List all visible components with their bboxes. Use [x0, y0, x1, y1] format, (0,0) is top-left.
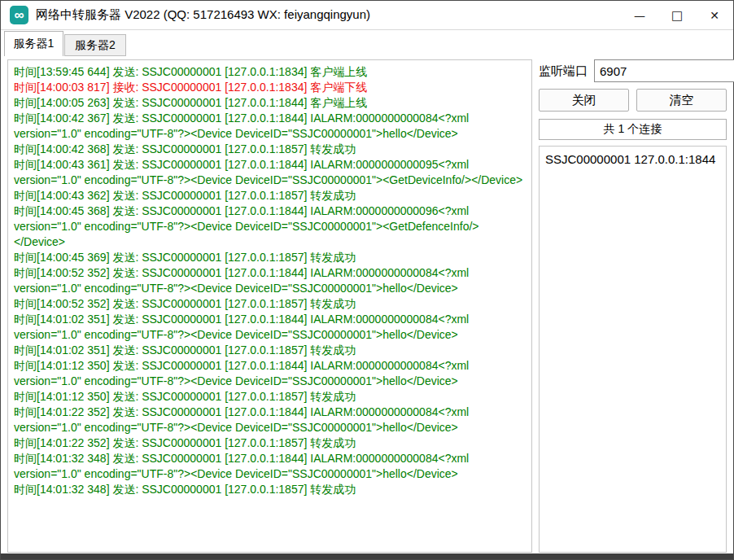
log-output[interactable]: 时间[13:59:45 644] 发送: SSJC00000001 [127.0… [7, 59, 532, 553]
log-line: 时间[14:01:02 351] 发送: SSJC00000001 [127.0… [14, 312, 526, 343]
close-icon[interactable]: ✕ [696, 1, 733, 29]
log-line: 时间[14:00:42 367] 发送: SSJC00000001 [127.0… [14, 111, 526, 142]
close-server-button[interactable]: 关闭 [539, 89, 629, 112]
log-line: 时间[14:00:43 361] 发送: SSJC00000001 [127.0… [14, 157, 526, 188]
tab-bar: 服务器1 服务器2 [2, 31, 732, 56]
tab-server2[interactable]: 服务器2 [64, 34, 126, 56]
listen-port-input[interactable] [594, 59, 734, 82]
log-line: 时间[14:01:12 350] 发送: SSJC00000001 [127.0… [14, 358, 526, 389]
tab-server1[interactable]: 服务器1 [4, 31, 63, 56]
log-line: 时间[14:00:43 362] 发送: SSJC00000001 [127.0… [14, 188, 526, 203]
maximize-icon[interactable]: □ [658, 1, 696, 29]
window-bottom-edge [1, 553, 733, 559]
side-panel: 监听端口 关闭 清空 共 1 个连接 SSJC00000001 127.0.0.… [539, 59, 727, 553]
window-controls: — □ ✕ [621, 1, 733, 29]
action-buttons-row: 关闭 清空 [539, 89, 727, 112]
app-logo-infinity-icon: ∞ [10, 6, 28, 24]
log-line: 时间[14:00:03 817] 接收: SSJC00000001 [127.0… [14, 80, 526, 95]
clear-log-button[interactable]: 清空 [636, 89, 727, 112]
log-line: 时间[14:00:05 263] 发送: SSJC00000001 [127.0… [14, 95, 526, 111]
listen-port-row: 监听端口 [539, 59, 727, 82]
log-line: 时间[14:01:32 348] 发送: SSJC00000001 [127.0… [14, 451, 526, 482]
log-line: 时间[13:59:45 644] 发送: SSJC00000001 [127.0… [14, 64, 526, 80]
log-line: 时间[14:01:32 348] 发送: SSJC00000001 [127.0… [14, 482, 526, 497]
connection-count-label: 共 1 个连接 [539, 119, 727, 140]
log-line: 时间[14:00:42 368] 发送: SSJC00000001 [127.0… [14, 142, 526, 157]
title-bar: ∞ 网络中转服务器 V2022 (QQ: 517216493 WX: feiya… [1, 1, 733, 30]
log-line: 时间[14:00:52 352] 发送: SSJC00000001 [127.0… [14, 296, 526, 312]
app-window: ∞ 网络中转服务器 V2022 (QQ: 517216493 WX: feiya… [0, 0, 734, 560]
connection-list[interactable]: SSJC00000001 127.0.0.1:1844 [539, 146, 727, 553]
log-line: 时间[14:00:45 368] 发送: SSJC00000001 [127.0… [14, 203, 526, 250]
log-line: 时间[14:01:02 351] 发送: SSJC00000001 [127.0… [14, 343, 526, 358]
log-line: 时间[14:01:22 352] 发送: SSJC00000001 [127.0… [14, 405, 526, 435]
log-line: 时间[14:01:12 350] 发送: SSJC00000001 [127.0… [14, 389, 526, 405]
log-line: 时间[14:00:45 369] 发送: SSJC00000001 [127.0… [14, 250, 526, 265]
listen-port-label: 监听端口 [539, 63, 588, 79]
window-title: 网络中转服务器 V2022 (QQ: 517216493 WX: feiyang… [36, 7, 370, 23]
connection-list-item[interactable]: SSJC00000001 127.0.0.1:1844 [545, 151, 720, 168]
log-line: 时间[14:01:22 352] 发送: SSJC00000001 [127.0… [14, 435, 526, 451]
minimize-icon[interactable]: — [621, 1, 658, 29]
log-line: 时间[14:00:52 352] 发送: SSJC00000001 [127.0… [14, 265, 526, 296]
